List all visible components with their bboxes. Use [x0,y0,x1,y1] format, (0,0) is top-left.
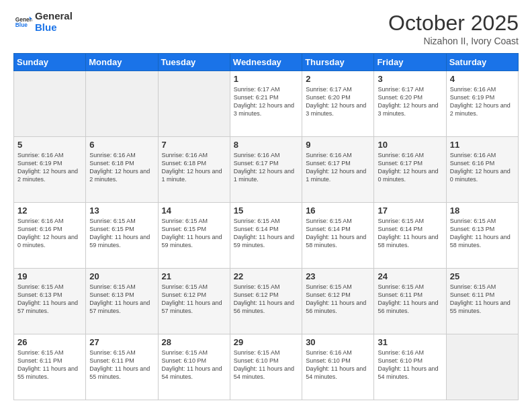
day-number: 2 [306,74,370,84]
table-row: 19Sunrise: 6:15 AM Sunset: 6:13 PM Dayli… [14,269,86,334]
table-row: 27Sunrise: 6:15 AM Sunset: 6:11 PM Dayli… [86,334,158,400]
calendar-week-row: 1Sunrise: 6:17 AM Sunset: 6:21 PM Daylig… [14,71,519,137]
table-row: 18Sunrise: 6:15 AM Sunset: 6:13 PM Dayli… [446,203,518,269]
table-row: 22Sunrise: 6:15 AM Sunset: 6:12 PM Dayli… [230,269,302,334]
table-row: 3Sunrise: 6:17 AM Sunset: 6:20 PM Daylig… [374,71,446,137]
table-row: 20Sunrise: 6:15 AM Sunset: 6:13 PM Dayli… [86,269,158,334]
title-block: October 2025 Nizahon II, Ivory Coast [388,11,519,46]
table-row: 5Sunrise: 6:16 AM Sunset: 6:19 PM Daylig… [14,137,86,203]
logo-text-general: General [35,11,73,22]
day-info: Sunrise: 6:15 AM Sunset: 6:11 PM Dayligh… [450,283,515,316]
day-number: 10 [378,140,442,150]
day-number: 29 [234,337,298,347]
day-number: 11 [450,140,515,150]
table-row: 28Sunrise: 6:15 AM Sunset: 6:10 PM Dayli… [158,334,230,400]
col-tuesday: Tuesday [158,54,230,71]
table-row: 8Sunrise: 6:16 AM Sunset: 6:17 PM Daylig… [230,137,302,203]
day-number: 20 [89,271,154,281]
calendar-week-row: 26Sunrise: 6:15 AM Sunset: 6:11 PM Dayli… [14,334,519,400]
day-info: Sunrise: 6:15 AM Sunset: 6:11 PM Dayligh… [378,283,442,316]
table-row [158,71,230,137]
day-number: 28 [162,337,226,347]
table-row [446,334,518,400]
day-info: Sunrise: 6:16 AM Sunset: 6:10 PM Dayligh… [378,349,442,381]
day-info: Sunrise: 6:15 AM Sunset: 6:10 PM Dayligh… [234,349,298,381]
day-number: 23 [306,271,370,281]
day-info: Sunrise: 6:16 AM Sunset: 6:19 PM Dayligh… [17,151,82,184]
table-row: 7Sunrise: 6:16 AM Sunset: 6:18 PM Daylig… [158,137,230,203]
table-row: 10Sunrise: 6:16 AM Sunset: 6:17 PM Dayli… [374,137,446,203]
table-row: 30Sunrise: 6:16 AM Sunset: 6:10 PM Dayli… [302,334,374,400]
day-number: 30 [306,337,370,347]
page: General Blue General Blue October 2025 N… [0,0,532,411]
day-info: Sunrise: 6:15 AM Sunset: 6:11 PM Dayligh… [17,349,82,381]
table-row: 29Sunrise: 6:15 AM Sunset: 6:10 PM Dayli… [230,334,302,400]
logo: General Blue General Blue [13,11,73,33]
table-row: 12Sunrise: 6:16 AM Sunset: 6:16 PM Dayli… [14,203,86,269]
col-saturday: Saturday [446,54,518,71]
day-number: 26 [17,337,82,347]
table-row: 2Sunrise: 6:17 AM Sunset: 6:20 PM Daylig… [302,71,374,137]
day-number: 31 [378,337,442,347]
table-row: 14Sunrise: 6:15 AM Sunset: 6:15 PM Dayli… [158,203,230,269]
table-row: 4Sunrise: 6:16 AM Sunset: 6:19 PM Daylig… [446,71,518,137]
table-row: 13Sunrise: 6:15 AM Sunset: 6:15 PM Dayli… [86,203,158,269]
day-info: Sunrise: 6:15 AM Sunset: 6:12 PM Dayligh… [306,283,370,316]
day-info: Sunrise: 6:16 AM Sunset: 6:16 PM Dayligh… [450,151,515,184]
day-number: 7 [162,140,226,150]
day-info: Sunrise: 6:15 AM Sunset: 6:10 PM Dayligh… [162,349,226,381]
day-info: Sunrise: 6:17 AM Sunset: 6:20 PM Dayligh… [306,85,370,118]
table-row [86,71,158,137]
logo-icon: General Blue [13,13,32,32]
day-info: Sunrise: 6:15 AM Sunset: 6:12 PM Dayligh… [234,283,298,316]
table-row: 24Sunrise: 6:15 AM Sunset: 6:11 PM Dayli… [374,269,446,334]
table-row: 25Sunrise: 6:15 AM Sunset: 6:11 PM Dayli… [446,269,518,334]
day-info: Sunrise: 6:16 AM Sunset: 6:18 PM Dayligh… [162,151,226,184]
day-info: Sunrise: 6:15 AM Sunset: 6:14 PM Dayligh… [378,217,442,250]
day-info: Sunrise: 6:16 AM Sunset: 6:17 PM Dayligh… [234,151,298,184]
calendar-table: Sunday Monday Tuesday Wednesday Thursday… [13,53,519,400]
month-title: October 2025 [388,11,519,36]
day-info: Sunrise: 6:17 AM Sunset: 6:20 PM Dayligh… [378,85,442,118]
day-info: Sunrise: 6:15 AM Sunset: 6:15 PM Dayligh… [89,217,154,250]
day-info: Sunrise: 6:15 AM Sunset: 6:13 PM Dayligh… [17,283,82,316]
col-sunday: Sunday [14,54,86,71]
calendar-week-row: 19Sunrise: 6:15 AM Sunset: 6:13 PM Dayli… [14,269,519,334]
day-number: 8 [234,140,298,150]
day-info: Sunrise: 6:17 AM Sunset: 6:21 PM Dayligh… [234,85,298,118]
day-info: Sunrise: 6:16 AM Sunset: 6:10 PM Dayligh… [306,349,370,381]
day-info: Sunrise: 6:15 AM Sunset: 6:14 PM Dayligh… [306,217,370,250]
day-number: 4 [450,74,515,84]
day-info: Sunrise: 6:15 AM Sunset: 6:14 PM Dayligh… [234,217,298,250]
col-wednesday: Wednesday [230,54,302,71]
day-number: 25 [450,271,515,281]
day-number: 27 [89,337,154,347]
day-info: Sunrise: 6:15 AM Sunset: 6:15 PM Dayligh… [162,217,226,250]
day-info: Sunrise: 6:16 AM Sunset: 6:19 PM Dayligh… [450,85,515,118]
calendar-week-row: 12Sunrise: 6:16 AM Sunset: 6:16 PM Dayli… [14,203,519,269]
logo-text-blue: Blue [35,22,73,34]
day-number: 16 [306,205,370,216]
table-row [14,71,86,137]
table-row: 21Sunrise: 6:15 AM Sunset: 6:12 PM Dayli… [158,269,230,334]
day-number: 12 [17,205,82,216]
calendar-header-row: Sunday Monday Tuesday Wednesday Thursday… [14,54,519,71]
day-info: Sunrise: 6:16 AM Sunset: 6:16 PM Dayligh… [17,217,82,250]
day-info: Sunrise: 6:16 AM Sunset: 6:17 PM Dayligh… [306,151,370,184]
day-info: Sunrise: 6:15 AM Sunset: 6:13 PM Dayligh… [450,217,515,250]
table-row: 26Sunrise: 6:15 AM Sunset: 6:11 PM Dayli… [14,334,86,400]
table-row: 31Sunrise: 6:16 AM Sunset: 6:10 PM Dayli… [374,334,446,400]
day-number: 19 [17,271,82,281]
col-thursday: Thursday [302,54,374,71]
col-monday: Monday [86,54,158,71]
day-info: Sunrise: 6:15 AM Sunset: 6:13 PM Dayligh… [89,283,154,316]
col-friday: Friday [374,54,446,71]
calendar-week-row: 5Sunrise: 6:16 AM Sunset: 6:19 PM Daylig… [14,137,519,203]
day-number: 9 [306,140,370,150]
day-number: 18 [450,205,515,216]
day-number: 15 [234,205,298,216]
day-number: 17 [378,205,442,216]
svg-text:Blue: Blue [15,21,28,28]
day-number: 5 [17,140,82,150]
table-row: 15Sunrise: 6:15 AM Sunset: 6:14 PM Dayli… [230,203,302,269]
